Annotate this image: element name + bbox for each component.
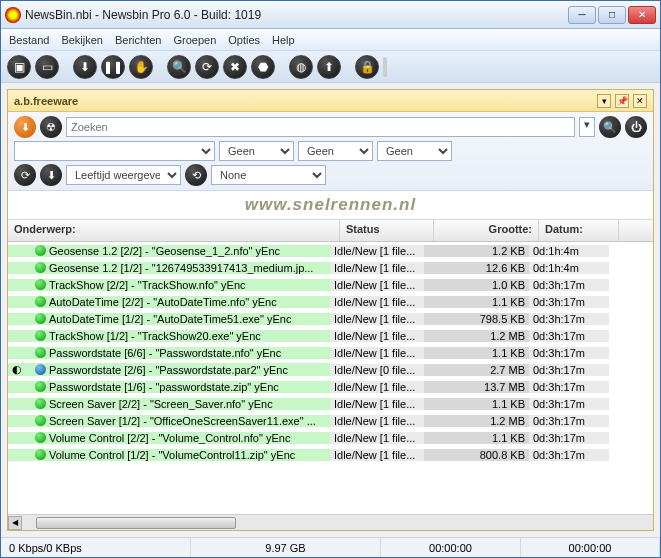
table-row[interactable]: Geosense 1.2 [1/2] - "126749533917413_me… — [8, 259, 653, 276]
folder-icon[interactable]: ▭ — [35, 55, 59, 79]
cell-subject: Volume Control [1/2] - "VolumeControl11.… — [8, 449, 330, 461]
none-select[interactable]: None — [211, 165, 326, 185]
separator — [345, 55, 351, 79]
status-dot-icon — [35, 279, 46, 290]
horizontal-scrollbar[interactable]: ◀ — [8, 514, 653, 530]
refresh-list-icon[interactable]: ⟳ — [14, 164, 36, 186]
reset-icon[interactable]: ⟲ — [185, 164, 207, 186]
listview: Onderwerp: Status Grootte: Datum: Geosen… — [8, 219, 653, 530]
scroll-thumb[interactable] — [36, 517, 236, 529]
search-input[interactable] — [66, 117, 575, 137]
table-row[interactable]: Volume Control [2/2] - "Volume_Control.n… — [8, 429, 653, 446]
status-dot-icon — [35, 296, 46, 307]
cell-subject: Volume Control [2/2] - "Volume_Control.n… — [8, 432, 330, 444]
tool-1-icon[interactable]: ▣ — [7, 55, 31, 79]
separator — [157, 55, 163, 79]
toolbar-grip[interactable] — [383, 57, 387, 77]
cell-date: 0d:3h:17m — [529, 449, 609, 461]
menu-bekijken[interactable]: Bekijken — [61, 34, 103, 46]
table-row[interactable]: AutoDateTime [2/2] - "AutoDateTime.nfo" … — [8, 293, 653, 310]
download-selected-icon[interactable]: ⬇ — [14, 116, 36, 138]
scroll-left-icon[interactable]: ◀ — [8, 516, 22, 530]
menu-bestand[interactable]: Bestand — [9, 34, 49, 46]
table-row[interactable]: TrackShow [2/2] - "TrackShow.nfo" yEncId… — [8, 276, 653, 293]
subject-text: Screen Saver [2/2] - "Screen_Saver.nfo" … — [49, 398, 273, 410]
separator — [279, 55, 285, 79]
maximize-button[interactable]: □ — [598, 6, 626, 24]
refresh-icon[interactable]: ⟳ — [195, 55, 219, 79]
cell-status: Idle/New [1 file... — [330, 313, 424, 325]
menu-help[interactable]: Help — [272, 34, 295, 46]
status-dot-icon — [35, 432, 46, 443]
age-select[interactable]: Leeftijd weergeve — [66, 165, 181, 185]
col-subject[interactable]: Onderwerp: — [8, 220, 340, 241]
status-dot-icon — [35, 347, 46, 358]
cell-status: Idle/New [1 file... — [330, 415, 424, 427]
cell-size: 798.5 KB — [424, 313, 529, 325]
col-size[interactable]: Grootte: — [434, 220, 539, 241]
cell-size: 1.1 KB — [424, 347, 529, 359]
table-row[interactable]: Screen Saver [1/2] - "OfficeOneScreenSav… — [8, 412, 653, 429]
table-row[interactable]: ◐Passwordstate [2/6] - "Passwordstate.pa… — [8, 361, 653, 378]
cell-date: 0d:3h:17m — [529, 347, 609, 359]
window-title: NewsBin.nbi - Newsbin Pro 6.0 - Build: 1… — [25, 8, 568, 22]
panel-pin-icon[interactable]: 📌 — [615, 94, 629, 108]
shield-icon[interactable]: ⬣ — [251, 55, 275, 79]
filter-select-3[interactable]: Geen — [298, 141, 373, 161]
status-dot-icon — [35, 364, 46, 375]
cell-subject: TrackShow [1/2] - "TrackShow20.exe" yEnc — [8, 330, 330, 342]
col-status[interactable]: Status — [340, 220, 434, 241]
lock-icon[interactable]: 🔒 — [355, 55, 379, 79]
cell-status: Idle/New [1 file... — [330, 262, 424, 274]
table-row[interactable]: Passwordstate [1/6] - "passwordstate.zip… — [8, 378, 653, 395]
filter-select-4[interactable]: Geen — [377, 141, 452, 161]
col-date[interactable]: Datum: — [539, 220, 619, 241]
panel-dropdown-icon[interactable]: ▾ — [597, 94, 611, 108]
titlebar[interactable]: NewsBin.nbi - Newsbin Pro 6.0 - Build: 1… — [1, 1, 660, 29]
download-icon[interactable]: ⬇ — [73, 55, 97, 79]
pause-icon[interactable]: ❚❚ — [101, 55, 125, 79]
cell-date: 0d:3h:17m — [529, 330, 609, 342]
table-row[interactable]: Screen Saver [2/2] - "Screen_Saver.nfo" … — [8, 395, 653, 412]
cell-subject: Passwordstate [1/6] - "passwordstate.zip… — [8, 381, 330, 393]
table-row[interactable]: TrackShow [1/2] - "TrackShow20.exe" yEnc… — [8, 327, 653, 344]
cell-date: 0d:3h:17m — [529, 398, 609, 410]
filter-select-1[interactable] — [14, 141, 215, 161]
main-toolbar: ▣ ▭ ⬇ ❚❚ ✋ 🔍 ⟳ ✖ ⬣ ◍ ⬆ 🔒 — [1, 51, 660, 83]
cell-status: Idle/New [1 file... — [330, 330, 424, 342]
status-size: 9.97 GB — [191, 538, 381, 557]
search-dropdown-icon[interactable]: ▾ — [579, 117, 595, 137]
radiation-icon[interactable]: ☢ — [40, 116, 62, 138]
subject-text: Volume Control [2/2] - "Volume_Control.n… — [49, 432, 290, 444]
status-dot-icon — [35, 398, 46, 409]
stop-icon[interactable]: ✋ — [129, 55, 153, 79]
table-row[interactable]: AutoDateTime [1/2] - "AutoDateTime51.exe… — [8, 310, 653, 327]
cell-status: Idle/New [1 file... — [330, 449, 424, 461]
subject-text: Volume Control [1/2] - "VolumeControl11.… — [49, 449, 295, 461]
power-icon[interactable]: ⏻ — [625, 116, 647, 138]
cell-subject: AutoDateTime [1/2] - "AutoDateTime51.exe… — [8, 313, 330, 325]
table-row[interactable]: Geosense 1.2 [2/2] - "Geosense_1_2.nfo" … — [8, 242, 653, 259]
menu-berichten[interactable]: Berichten — [115, 34, 161, 46]
collapse-icon[interactable]: ⬇ — [40, 164, 62, 186]
status-dot-icon — [35, 245, 46, 256]
menu-opties[interactable]: Opties — [228, 34, 260, 46]
listview-body[interactable]: Geosense 1.2 [2/2] - "Geosense_1_2.nfo" … — [8, 242, 653, 514]
globe-icon[interactable]: ◍ — [289, 55, 313, 79]
cell-size: 2.7 MB — [424, 364, 529, 376]
filter-select-2[interactable]: Geen — [219, 141, 294, 161]
menu-groepen[interactable]: Groepen — [173, 34, 216, 46]
cancel-icon[interactable]: ✖ — [223, 55, 247, 79]
subject-text: Passwordstate [1/6] - "passwordstate.zip… — [49, 381, 279, 393]
panel-close-icon[interactable]: ✕ — [633, 94, 647, 108]
search-icon[interactable]: 🔍 — [167, 55, 191, 79]
status-time1: 00:00:00 — [381, 538, 521, 557]
table-row[interactable]: Passwordstate [6/6] - "Passwordstate.nfo… — [8, 344, 653, 361]
minimize-button[interactable]: ─ — [568, 6, 596, 24]
search-go-icon[interactable]: 🔍 — [599, 116, 621, 138]
table-row[interactable]: Volume Control [1/2] - "VolumeControl11.… — [8, 446, 653, 463]
upload-icon[interactable]: ⬆ — [317, 55, 341, 79]
cell-date: 0d:3h:17m — [529, 279, 609, 291]
close-button[interactable]: ✕ — [628, 6, 656, 24]
cell-size: 13.7 MB — [424, 381, 529, 393]
